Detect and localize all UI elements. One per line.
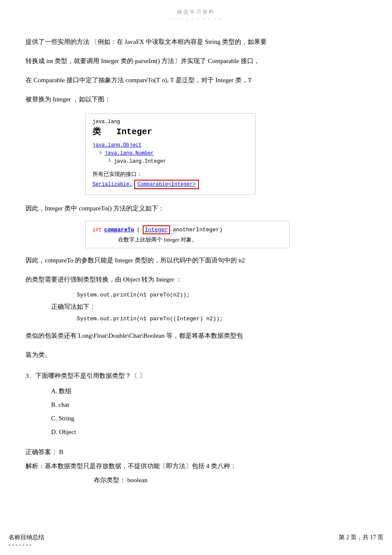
wrapper-text-1: 类似的包装类还有 Long\Float\Double\Char\Boolean … [26,332,243,339]
wrapper-text-2: 装为类。 [26,351,51,358]
para3-text: 在 Comparable 接口中定了抽象方法 compareTo(T o), T… [26,77,252,83]
question-3: 3、下面哪种类型不是引用数据类型？〔 〕 [26,369,366,383]
method-name: compareTo [104,227,134,233]
paragraph-2: 转换成 int 类型，就要调用 Integer 类的 parseInt() 方法… [26,54,366,68]
code-line-1: System.out.println(n1 pareTo(n2)); [77,292,366,298]
method-desc: 在数字上比较两个 Integer 对象。 [92,236,282,244]
hierarchy-line-3: └ java.lang.Integer [92,158,248,166]
para2-text: 转换成 int 类型，就要调用 Integer 类的 parseInt() 方法… [26,58,260,64]
option-a: A. 数组 [51,385,366,397]
integer-class-diagram: java.lang 类 Integer java.lang.Object └ j… [85,113,256,195]
para4-text: 被替换为 Integer ，如以下图： [26,96,111,103]
method-row: int compareTo ( Integer anotherInteger) [92,225,282,234]
footer: 名称目纳总结 - - - - - - - 第 2 页，共 17 页 [0,534,392,548]
correct-answer: 正确答案： B [26,445,366,459]
option-a-text: A. 数组 [51,388,72,394]
code-line-2: System.out.println(n1 pareTo((Integer) n… [77,316,366,322]
footer-left-label: 名称目纳总结 [9,534,44,541]
paragraph-3: 在 Comparable 接口中定了抽象方法 compareTo(T o), T… [26,73,366,87]
hierarchy-line-1: java.lang.Object [92,141,248,150]
page-container: 精选学习资料 - - - - - - - - - - 提供了一些实用的方法 〔例… [0,0,392,555]
option-d: D. Object [51,426,366,438]
interfaces-label: 所有已实现的接口： [92,170,248,178]
class-title: 类 Integer [92,126,248,137]
hierarchy-line-2: └ java.lang.Number [92,150,248,158]
therefore1-text: 因此，Integer 类中 compareTo() 方法的定义如下： [26,205,164,212]
option-b: B. char [51,398,366,411]
serializable-link[interactable]: Serializable, [92,181,133,187]
class-name-text: Integer [116,127,152,137]
bool-type: 布尔类型： boolean [94,473,366,487]
footer-left: 名称目纳总结 - - - - - - - [9,534,44,548]
return-type: int [92,227,102,233]
para-after1-text: 因此，compareTo 的参数只能是 Integer 类型的，所以代码中的下面… [26,257,245,264]
answer-section: 正确答案： B 解析：基本数据类型只是存放数据，不提供功能〔即方法〕包括 4 类… [26,445,366,487]
method-box: int compareTo ( Integer anotherInteger) … [85,221,290,248]
therefore-text-1: 因此，Integer 类中 compareTo() 方法的定义如下： [26,201,366,216]
object-link[interactable]: java.lang.Object [92,142,141,148]
integer-param-highlight: Integer [143,225,170,234]
header-dots: - - - - - - - - - - [26,16,366,22]
number-link[interactable]: java.lang.Number [105,150,154,156]
method-params: anotherInteger) [173,227,222,233]
para1-text: 提供了一些实用的方法 〔例如：在 JavaFX 中读取文本框内容是 String… [26,38,267,45]
paragraph-4: 被替换为 Integer ，如以下图： [26,92,366,106]
footer-left-dots: - - - - - - - [9,541,44,548]
paragraph-1: 提供了一些实用的方法 〔例如：在 JavaFX 中读取文本框内容是 String… [26,35,366,49]
option-b-text: B. char [51,401,69,408]
interfaces-row: Serializable, Comparable<Integer> [92,180,248,189]
wrapper-para-1: 类似的包装类还有 Long\Float\Double\Char\Boolean … [26,329,366,343]
comparable-highlight: Comparable<Integer> [134,180,199,189]
option-d-text: D. Object [51,428,76,435]
class-label-text: 类 [92,127,101,137]
option-c: C. String [51,412,366,425]
footer-page-number: 第 2 页，共 17 页 [339,534,383,541]
paragraph-after-1: 因此，compareTo 的参数只能是 Integer 类型的，所以代码中的下面… [26,253,366,267]
para-after2-text: 的类型需要进行强制类型转换，由 Object 转为 Integer ： [26,276,182,283]
header-watermark: 精选学习资料 - - - - - - - - - - [26,9,366,22]
wrapper-para-2: 装为类。 [26,348,366,362]
watermark-text: 精选学习资料 [26,9,366,16]
class-package: java.lang [92,119,248,125]
paragraph-after-2: 的类型需要进行强制类型转换，由 Object 转为 Integer ： [26,273,366,287]
class-hierarchy: java.lang.Object └ java.lang.Number └ ja… [92,141,248,166]
option-c-text: C. String [51,415,74,422]
footer-right: 第 2 页，共 17 页 [339,534,383,548]
analysis: 解析：基本数据类型只是存放数据，不提供功能〔即方法〕包括 4 类八种： [26,459,366,473]
correct-label: 正确写法如下： [51,300,366,314]
